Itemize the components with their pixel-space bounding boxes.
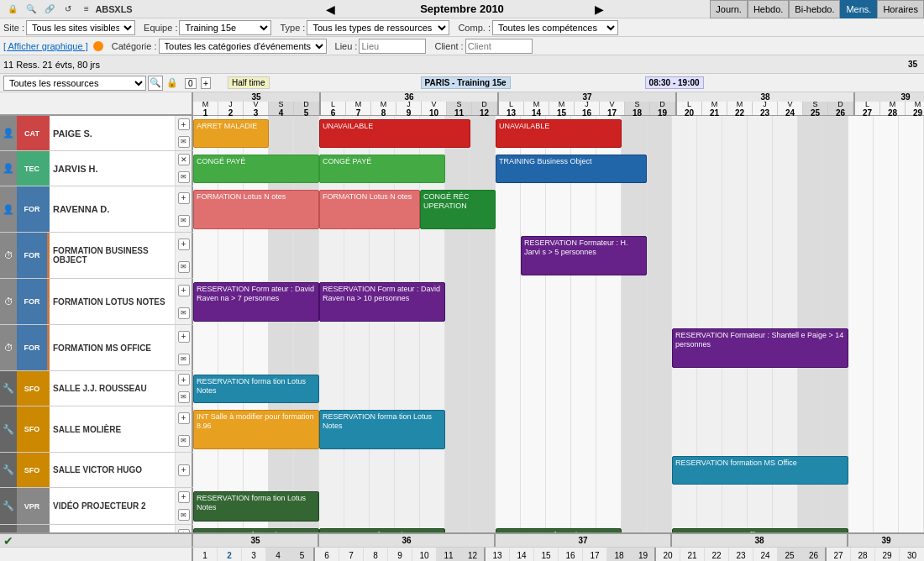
- fln-event-reserv2[interactable]: RESERVATION Form ateur : David Raven na …: [319, 282, 445, 322]
- vpr1-add-btn[interactable]: +: [178, 529, 190, 532]
- sjj-event-ln[interactable]: RESERVATION forma tion Lotus Notes: [193, 375, 319, 403]
- graphique-link[interactable]: [ Afficher graphique ]: [3, 41, 88, 51]
- paige-grid[interactable]: ARRET MALADIE UNAVAILABLE UNAVAILABLE: [193, 116, 924, 151]
- vpr2-add-btn[interactable]: +: [178, 491, 190, 503]
- vpr1-actions[interactable]: + ✉: [175, 525, 192, 532]
- fln-left: ⏱ FOR FORMATION LOTUS NOTES + ✉: [0, 279, 193, 324]
- ravenna-grid[interactable]: FORMATION Lotus N otes FORMATION Lotus N…: [193, 186, 924, 233]
- sjj-add-btn[interactable]: +: [178, 374, 190, 385]
- vpr2-actions[interactable]: + ✉: [175, 488, 192, 524]
- paige-actions[interactable]: + ✉: [175, 116, 192, 150]
- menu-icon[interactable]: ≡: [79, 2, 94, 17]
- type-select[interactable]: Tous les types de ressources: [307, 20, 449, 35]
- fln-event-reserv1[interactable]: RESERVATION Form ateur : David Raven na …: [193, 282, 319, 322]
- smol-grid[interactable]: INT Salle à modifier pour formation 8.96…: [193, 406, 924, 453]
- paige-mail-btn[interactable]: ✉: [178, 136, 190, 148]
- resource-filter-select[interactable]: Toutes les ressources: [3, 76, 146, 91]
- jarvis-grid[interactable]: CONGÉ PAYÉ CONGÉ PAYÉ TRAINING Business …: [193, 151, 924, 186]
- vpr2-category: VPR: [17, 488, 47, 524]
- search-icon[interactable]: 🔍: [24, 2, 39, 17]
- client-input[interactable]: [465, 39, 533, 54]
- svh-add-btn[interactable]: +: [178, 464, 190, 476]
- smol-mail-btn[interactable]: ✉: [178, 435, 190, 447]
- svh-grid[interactable]: RESERVATION formation MS Office: [193, 453, 924, 488]
- comp-select[interactable]: Toutes les compétences: [492, 20, 618, 35]
- ravenna-name: RAVENNA D.: [47, 186, 175, 232]
- fms-mail-btn[interactable]: ✉: [178, 354, 190, 365]
- ravenna-event-conge[interactable]: CONGÉ RÉC UPERATION: [420, 190, 496, 229]
- ravenna-add-btn[interactable]: +: [178, 192, 190, 204]
- sjj-grid[interactable]: RESERVATION forma tion Lotus Notes: [193, 371, 924, 406]
- lieu-input[interactable]: [359, 39, 426, 54]
- resource-search-button[interactable]: 🔍: [148, 76, 163, 91]
- vpr2-grid[interactable]: RESERVATION forma tion Lotus Notes: [193, 488, 924, 525]
- site-select[interactable]: Tous les sites visibles: [26, 20, 135, 35]
- fbo-grid[interactable]: RESERVATION Formateur : H. Jarvi s > 5 p…: [193, 233, 924, 279]
- ravenna-event-ln1[interactable]: FORMATION Lotus N otes: [193, 190, 319, 229]
- fln-grid[interactable]: RESERVATION Form ateur : David Raven na …: [193, 279, 924, 325]
- view-horaires[interactable]: Horaires: [877, 0, 924, 18]
- fms-left: ⏱ FOR FORMATION MS OFFICE + ✉: [0, 325, 193, 370]
- ravenna-actions[interactable]: + ✉: [175, 186, 192, 232]
- ravenna-mail-btn[interactable]: ✉: [178, 215, 190, 227]
- fms-grid[interactable]: RESERVATION Formateur : Shantell e Paige…: [193, 325, 924, 371]
- fbo-add-btn[interactable]: +: [178, 239, 190, 250]
- day-L13: L13: [499, 102, 524, 115]
- jarvis-actions[interactable]: ✕ ✉: [175, 151, 192, 186]
- nav-right[interactable]: ▶: [588, 3, 611, 16]
- comp-label: Comp. :: [458, 23, 491, 33]
- lock-icon[interactable]: 🔒: [5, 2, 20, 17]
- resource-row-sjj: 🔧 SFO SALLE J.J. ROUSSEAU + ✉ RESERVATIO…: [0, 371, 924, 406]
- sjj-mail-btn[interactable]: ✉: [178, 391, 190, 403]
- sjj-name: SALLE J.J. ROUSSEAU: [47, 371, 175, 406]
- jarvis-event-training[interactable]: TRAINING Business Object: [496, 155, 647, 183]
- vpr1-grid[interactable]: RESERVATION forma tion Lotus Notes RESER…: [193, 525, 924, 532]
- fms-add-btn[interactable]: +: [178, 331, 190, 343]
- vpr1-event-ms[interactable]: RESERVATION MS Office: [672, 528, 848, 532]
- nav-left[interactable]: ◀: [319, 3, 342, 16]
- add-event-button[interactable]: +: [201, 77, 211, 89]
- day-S4: S4: [269, 102, 294, 115]
- paige-event-arret[interactable]: ARRET MALADIE: [193, 119, 269, 148]
- view-mens[interactable]: Mens.: [840, 0, 877, 18]
- jarvis-event-conge2[interactable]: CONGÉ PAYÉ: [319, 155, 445, 183]
- categorie-select[interactable]: Toutes les catégories d'événements: [159, 39, 327, 54]
- equipe-select[interactable]: Training 15e: [179, 20, 271, 35]
- xls-icon[interactable]: XLS: [116, 2, 131, 17]
- smol-actions[interactable]: + ✉: [175, 406, 192, 452]
- fms-actions[interactable]: + ✉: [175, 325, 192, 370]
- jarvis-event-conge1[interactable]: CONGÉ PAYÉ: [193, 155, 319, 183]
- fbo-mail-btn[interactable]: ✉: [178, 261, 190, 273]
- vpr2-name: VIDÉO PROJECTEUR 2: [47, 488, 175, 524]
- vpr1-event-ln1[interactable]: RESERVATION forma tion Lotus Notes: [193, 528, 319, 532]
- vpr1-event-ln2[interactable]: RESERVATION forma tion Lotus Notes: [319, 528, 445, 532]
- smol-event-ln[interactable]: RESERVATION forma tion Lotus Notes: [319, 410, 445, 449]
- smol-add-btn[interactable]: +: [178, 412, 190, 424]
- paige-event-unavail1[interactable]: UNAVAILABLE: [319, 119, 470, 148]
- bottom-day-8: 8: [364, 548, 388, 561]
- smol-event-int[interactable]: INT Salle à modifier pour formation 8.96: [193, 410, 319, 449]
- fln-mail-btn[interactable]: ✉: [178, 307, 190, 319]
- fbo-event-reserv[interactable]: RESERVATION Formateur : H. Jarvi s > 5 p…: [521, 236, 647, 275]
- paige-add-btn[interactable]: +: [178, 118, 190, 130]
- vpr1-event-bo[interactable]: RESERVATION formation BO: [496, 528, 622, 532]
- view-bihebdo[interactable]: Bi-hebdo.: [789, 0, 840, 18]
- view-journ[interactable]: Journ.: [710, 0, 748, 18]
- svh-event-ms[interactable]: RESERVATION formation MS Office: [672, 456, 848, 485]
- vpr2-event-ln[interactable]: RESERVATION forma tion Lotus Notes: [193, 491, 319, 522]
- ravenna-event-ln2[interactable]: FORMATION Lotus N otes: [319, 190, 420, 229]
- sjj-actions[interactable]: + ✉: [175, 371, 192, 406]
- paige-event-unavail2[interactable]: UNAVAILABLE: [496, 119, 622, 148]
- fbo-actions[interactable]: + ✉: [175, 233, 192, 278]
- fln-add-btn[interactable]: +: [178, 285, 190, 296]
- fms-event-reserv[interactable]: RESERVATION Formateur : Shantell e Paige…: [672, 328, 848, 368]
- jarvis-mail-btn[interactable]: ✉: [178, 171, 190, 183]
- link-icon[interactable]: 🔗: [42, 2, 57, 17]
- jarvis-close-btn[interactable]: ✕: [178, 154, 190, 165]
- svh-actions[interactable]: +: [175, 453, 192, 487]
- abs-icon[interactable]: ABS: [97, 2, 113, 17]
- view-hebdo[interactable]: Hebdo.: [748, 0, 789, 18]
- vpr2-mail-btn[interactable]: ✉: [178, 509, 190, 521]
- fln-actions[interactable]: + ✉: [175, 279, 192, 324]
- refresh-icon[interactable]: ↺: [60, 2, 76, 17]
